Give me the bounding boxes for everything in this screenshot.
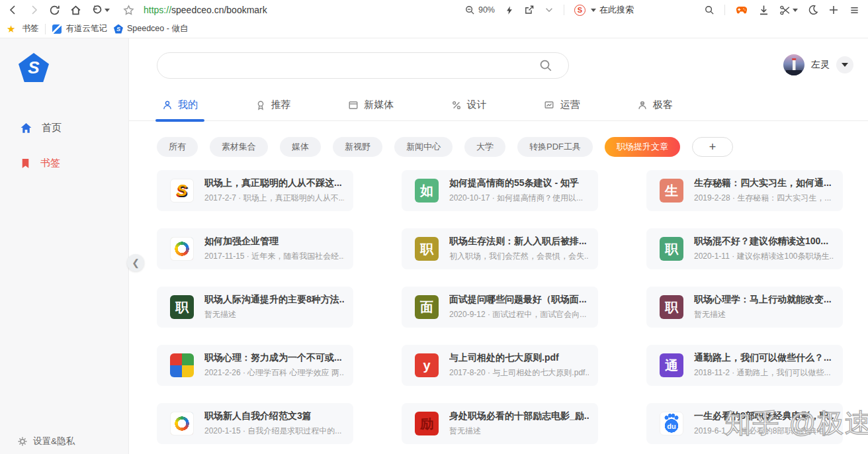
sidebar-item-bookmarks[interactable]: 书签 <box>20 157 128 169</box>
avatar-image <box>783 54 804 75</box>
tab-geek[interactable]: 极客 <box>637 99 673 120</box>
percent-icon <box>451 100 462 111</box>
user-menu-button[interactable] <box>836 56 853 73</box>
bookmark-title: 面试提问哪些问题最好（职场面... <box>449 294 587 306</box>
filter-chip[interactable]: 转换PDF工具 <box>517 137 593 157</box>
bookmark-item-speedceo[interactable]: S Speedceo - 做自 <box>114 23 188 34</box>
home-icon[interactable] <box>70 5 81 16</box>
share-icon[interactable] <box>524 5 535 15</box>
user-block: 左灵 <box>783 54 853 75</box>
address-bar[interactable]: https://speedceo.cn/bookmark <box>144 5 267 15</box>
site-search-input[interactable] <box>157 52 569 79</box>
filter-chip[interactable]: 职场提升文章 <box>605 137 680 157</box>
scissors-caret-icon[interactable] <box>793 9 798 12</box>
bookmarks-bar-label[interactable]: 书签 <box>22 23 38 34</box>
filter-chip[interactable]: 新视野 <box>333 137 382 157</box>
night-mode-icon[interactable] <box>808 5 818 15</box>
sidebar-item-home[interactable]: 首页 <box>20 122 128 134</box>
bookmark-card[interactable]: 如 如何提高情商的55条建议 - 知乎 2020-10-17 · 如何提高情商？… <box>402 170 598 211</box>
bookmark-text: 职场上，真正聪明的人从不踩这... 2017-2-7 · 职场上，真正聪明的人从… <box>204 177 344 204</box>
home-icon <box>20 122 32 134</box>
zoom-control[interactable]: 90% <box>465 5 495 15</box>
category-tabbar: 我的 推荐 新媒体 设计 运营 极客 <box>129 99 868 121</box>
tab-recommend[interactable]: 推荐 <box>255 99 291 120</box>
search-icon[interactable] <box>539 59 552 72</box>
engine-caret-icon[interactable] <box>591 9 596 12</box>
bookmark-card[interactable]: 职场心理：努力成为一个不可或... 2021-2-26 · 心理学百科 心理学效… <box>157 345 353 386</box>
bookmark-title: 身处职场必看的十部励志电影_励... <box>449 410 589 422</box>
bookmark-grid: S 职场上，真正聪明的人从不踩这... 2017-2-7 · 职场上，真正聪明的… <box>157 170 868 444</box>
refresh-icon[interactable] <box>49 5 60 16</box>
url-scheme: https:// <box>144 5 171 15</box>
bookmark-card[interactable]: 生 生存秘籍：四大实习生，如何通... 2019-2-28 · 生存秘籍：四大实… <box>646 170 843 211</box>
tab-design[interactable]: 设计 <box>451 99 487 120</box>
filter-chip[interactable]: 媒体 <box>280 137 321 157</box>
bookmark-card[interactable]: 面 面试提问哪些问题最好（职场面... 2020-9-12 · 面试过程中，面试… <box>402 287 598 328</box>
bookmark-card[interactable]: 通 通勤路上，我们可以做些什么？... 2018-11-2 · 通勤路上，我们可… <box>646 345 843 386</box>
browser-search-box[interactable]: S 在此搜索 <box>574 4 715 16</box>
bookmark-text: 职场心理：努力成为一个不可或... 2021-2-26 · 心理学百科 心理学效… <box>204 352 344 379</box>
toolbar-expand-chevron-icon[interactable] <box>544 5 554 15</box>
speedceo-logo[interactable]: S <box>19 53 49 82</box>
bookmark-card[interactable]: S 职场上，真正聪明的人从不踩这... 2017-2-7 · 职场上，真正聪明的… <box>157 170 353 211</box>
bookmark-meta: 2017-11-15 · 近年来，随着我国社会经... <box>204 251 344 262</box>
bookmark-favicon: 如 <box>415 179 439 203</box>
filter-chip[interactable]: 新闻中心 <box>394 137 453 157</box>
bookmark-meta: 2020-1-11 · 建议你精读这100条职场生... <box>694 251 834 262</box>
sidebar-collapse-button[interactable]: ❮ <box>127 254 144 271</box>
bookmark-favicon <box>170 353 194 377</box>
back-icon[interactable] <box>8 5 19 15</box>
bookmark-meta: 2020-10-17 · 如何提高情商？使用以... <box>449 193 583 204</box>
sidebar: S 首页 书签 设置&隐私 <box>0 38 129 454</box>
bookmark-title: 职场生存法则：新人入职后被排... <box>449 236 589 248</box>
tab-mine[interactable]: 我的 <box>162 99 198 120</box>
bookmark-card[interactable]: 励 身处职场必看的十部励志电影_励... 暂无描述 <box>402 403 598 444</box>
bookmark-card[interactable]: 职 职场生存法则：新人入职后被排... 初入职场，我们会茫然，会畏惧，会失... <box>402 228 598 269</box>
bookmark-card[interactable]: du 一生必看的8部职场经典电影，职... 2019-6-1 · 一生必看的8部… <box>646 403 843 444</box>
bookmark-meta: 暂无描述 <box>204 309 344 320</box>
undo-history-icon[interactable] <box>91 5 110 16</box>
url-path: speedceo.cn/bookmark <box>171 5 267 15</box>
search-icon[interactable] <box>705 5 715 15</box>
chip-label: 素材集合 <box>222 141 256 153</box>
filter-chip[interactable]: 大学 <box>464 137 505 157</box>
settings-label: 设置&隐私 <box>33 435 75 447</box>
filter-row: 所有素材集合媒体新视野新闻中心大学转换PDF工具职场提升文章 + <box>157 137 868 157</box>
chip-label: 转换PDF工具 <box>529 141 581 153</box>
add-category-button[interactable]: + <box>692 137 733 157</box>
game-center-icon[interactable] <box>735 5 748 15</box>
filter-chip[interactable]: 素材集合 <box>210 137 268 157</box>
favorite-star-icon[interactable] <box>123 5 134 16</box>
bookmarks-star-icon[interactable]: ★ <box>7 23 15 35</box>
forward-icon[interactable] <box>28 5 39 15</box>
bookmark-favicon: 通 <box>660 353 683 377</box>
user-name: 左灵 <box>811 59 830 71</box>
filter-chip[interactable]: 所有 <box>157 137 198 157</box>
bookmark-card[interactable]: 如何加强企业管理 2017-11-15 · 近年来，随着我国社会经... <box>157 228 353 269</box>
bookmark-card[interactable]: 职 职场混不好？建议你精读这100... 2020-1-11 · 建议你精读这1… <box>646 228 843 269</box>
avatar[interactable] <box>783 54 804 75</box>
bookmark-title: 如何加强企业管理 <box>204 236 344 248</box>
person-icon <box>162 100 173 111</box>
bookmark-card[interactable]: 职 职场人际沟通提升的主要8种方法... 暂无描述 <box>157 287 353 328</box>
flash-boost-icon[interactable] <box>505 5 514 15</box>
screenshot-scissors-icon[interactable] <box>779 5 798 16</box>
bookmark-card[interactable]: y 与上司相处的七大原则.pdf 2017-8-20 · 与上司相处的七大原则.… <box>402 345 598 386</box>
undo-caret-icon[interactable] <box>105 9 110 12</box>
bookmark-favicon: 职 <box>170 295 194 319</box>
download-icon[interactable] <box>758 5 769 16</box>
new-tab-plus-icon[interactable] <box>828 5 839 15</box>
tab-operations[interactable]: 运营 <box>544 99 580 120</box>
bookmark-item-youdao[interactable]: 有道云笔记 <box>52 23 107 34</box>
bookmark-card[interactable]: 职场新人自我介绍范文3篇 2020-1-15 · 自我介绍是求职过程中的... <box>157 403 353 444</box>
tab-new-media[interactable]: 新媒体 <box>348 99 394 120</box>
menu-icon[interactable] <box>849 5 860 15</box>
bookmark-title: 通勤路上，我们可以做些什么？... <box>694 352 832 364</box>
bookmark-card[interactable]: 职 职场心理学：马上行动就能改变... 暂无描述 <box>646 287 843 328</box>
tab-label: 极客 <box>653 99 673 111</box>
medal-icon <box>255 100 266 111</box>
sidebar-item-label: 首页 <box>42 122 62 134</box>
settings-privacy-button[interactable]: 设置&隐私 <box>17 435 75 447</box>
search-engine-icon[interactable]: S <box>574 5 586 16</box>
bookmark-text: 职场混不好？建议你精读这100... 2020-1-11 · 建议你精读这100… <box>694 236 834 262</box>
